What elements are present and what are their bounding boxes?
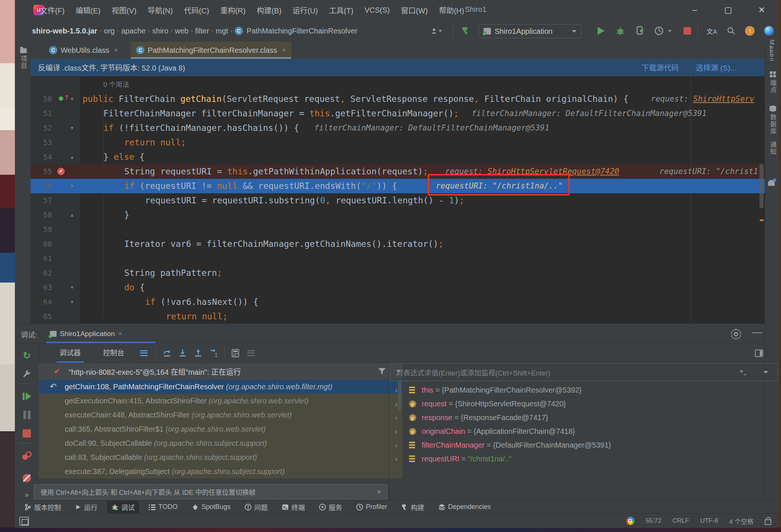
bottom-bar-item-todo[interactable]: TODO xyxy=(144,502,182,512)
expand-chevron-icon[interactable]: › xyxy=(395,397,398,411)
gear-icon[interactable] xyxy=(731,329,741,339)
line-number[interactable]: 61 xyxy=(31,251,52,266)
close-icon[interactable]: × xyxy=(114,46,118,54)
close-button[interactable]: ✕ xyxy=(753,4,770,16)
menu-item-u[interactable]: 运行(U) xyxy=(288,3,322,17)
translate-icon[interactable]: 文A xyxy=(704,25,720,37)
tab-debugger[interactable]: 调试器 xyxy=(57,344,84,363)
line-number[interactable]: 58 xyxy=(31,208,52,222)
menu-item-h[interactable]: 帮助(H) xyxy=(434,3,469,17)
bottom-bar-item-branch[interactable]: 版本控制 xyxy=(20,501,65,513)
step-over-icon[interactable] xyxy=(161,348,173,359)
code-editor[interactable]: 0 个用法 50↑▾public FilterChain getChain(Se… xyxy=(30,76,765,323)
stack-frame-row[interactable]: execute:387, DelegatingSubject (org.apac… xyxy=(39,464,402,478)
minimize-button[interactable]: – xyxy=(686,4,703,16)
download-sources-link[interactable]: 下载源代码 xyxy=(642,62,679,73)
line-number[interactable]: 65 xyxy=(31,309,52,323)
notification-bell-icon[interactable] xyxy=(768,180,775,186)
layout-restore-icon[interactable] xyxy=(753,348,765,359)
menu-item-r[interactable]: 重构(R) xyxy=(216,3,250,17)
more-actions-icon[interactable]: » xyxy=(22,489,32,500)
stack-frame-row[interactable]: getExecutionChain:415, AbstractShiroFilt… xyxy=(39,394,402,408)
evaluate-watch-input[interactable]: 对表达式求值(Enter)或添加监视(Ctrl+Shift+Enter) +∞ xyxy=(390,363,778,381)
line-number[interactable]: 52 xyxy=(31,121,52,135)
line-number[interactable]: 56 xyxy=(31,179,52,193)
breadcrumb-class[interactable]: PathMatchingFilterChainResolver xyxy=(247,27,357,35)
tab-options-icon[interactable]: ⋮ xyxy=(766,45,775,55)
chevron-down-icon[interactable] xyxy=(764,371,768,374)
fold-marker[interactable]: ▴ xyxy=(71,211,74,219)
variable-row[interactable]: ›prequest = {ShiroHttpServletRequest@742… xyxy=(390,397,778,411)
run-button[interactable] xyxy=(595,25,607,37)
breadcrumb-item[interactable]: web xyxy=(175,27,189,35)
bottom-bar-item-bug[interactable]: 调试 xyxy=(107,501,139,513)
line-number[interactable]: 60 xyxy=(31,237,52,251)
menu-item-vcss[interactable]: VCS(S) xyxy=(360,4,394,16)
line-number[interactable]: 54 xyxy=(31,150,52,164)
bottom-bar-item-bug2[interactable]: SpotBugs xyxy=(187,502,235,512)
line-number[interactable]: 62 xyxy=(31,266,52,280)
bottom-bar-item-services[interactable]: 服务 xyxy=(315,501,347,513)
fold-marker[interactable]: ▾ xyxy=(71,182,74,190)
expand-chevron-icon[interactable]: › xyxy=(395,411,398,425)
editor-tab[interactable]: CWebUtils.class× xyxy=(44,42,123,59)
build-hammer-icon[interactable] xyxy=(460,25,472,37)
resume-program-icon[interactable] xyxy=(22,391,32,402)
coverage-button[interactable] xyxy=(634,25,646,37)
variable-row[interactable]: ›presponse = {ResponseFacade@7417} xyxy=(390,411,778,425)
more-options-icon[interactable] xyxy=(245,348,257,359)
view-breakpoints-icon[interactable] xyxy=(22,451,32,461)
step-out-icon[interactable] xyxy=(193,348,204,359)
tool-stripe-project[interactable]: 项目 xyxy=(19,47,28,70)
expand-chevron-icon[interactable]: › xyxy=(395,425,398,438)
fold-marker[interactable]: ▾ xyxy=(71,124,74,132)
tab-console[interactable]: 控制台 xyxy=(100,344,127,363)
thread-status-row[interactable]: ✔ "http-nio-8082-exec-5"@5,164 在组"main":… xyxy=(39,363,402,380)
mute-breakpoints-icon[interactable] xyxy=(22,473,32,483)
line-number[interactable]: 64 xyxy=(31,295,52,309)
tool-stripe-database[interactable]: 数据库 xyxy=(768,106,777,135)
bottom-bar-item-play[interactable]: 运行 xyxy=(71,501,102,513)
stack-frame-row[interactable]: ↶getChain:108, PathMatchingFilterChainRe… xyxy=(39,380,402,394)
fold-marker[interactable]: ▾ xyxy=(71,95,74,103)
bottom-bar-item-terminal[interactable]: 终端 xyxy=(277,501,309,513)
variable-row[interactable]: ›requestURI = "/christ1na/.." xyxy=(390,452,778,466)
debug-session-tab[interactable]: Shiro1Application × xyxy=(46,325,126,343)
line-number[interactable]: 53 xyxy=(31,135,52,150)
breadcrumb-item[interactable]: filter xyxy=(195,27,209,35)
menu-item-e[interactable]: 编辑(E) xyxy=(71,3,105,17)
fold-marker[interactable]: ▾ xyxy=(71,298,74,306)
breadcrumb-item[interactable]: apache xyxy=(121,27,146,35)
bottom-bar-item-hammer[interactable]: 构建 xyxy=(397,501,429,513)
line-number[interactable]: 63 xyxy=(31,280,52,295)
vertical-scrollbar[interactable] xyxy=(759,164,764,208)
close-icon[interactable]: × xyxy=(282,46,286,54)
fold-marker[interactable]: ▾ xyxy=(71,284,74,291)
menu-item-v[interactable]: 视图(V) xyxy=(107,3,141,17)
step-into-icon[interactable] xyxy=(177,348,188,359)
line-number[interactable]: 57 xyxy=(31,193,52,208)
expand-chevron-icon[interactable]: › xyxy=(395,452,398,466)
bottom-bar-item-profiler[interactable]: Profiler xyxy=(352,502,392,512)
variable-row[interactable]: ›poriginalChain = {ApplicationFilterChai… xyxy=(390,425,778,438)
google-icon[interactable]: G xyxy=(626,517,634,525)
stack-frame-row[interactable]: executeChain:448, AbstractShiroFilter (o… xyxy=(39,408,402,422)
fold-marker[interactable]: ▴ xyxy=(71,153,74,161)
editor-tab[interactable]: CPathMatchingFilterChainResolver.class× xyxy=(131,42,291,59)
file-encoding[interactable]: UTF-8 xyxy=(700,517,718,525)
menu-item-n[interactable]: 导航(N) xyxy=(143,3,177,17)
colorful-sphere-icon[interactable] xyxy=(763,25,775,37)
tool-stripe-notifications[interactable]: 通知 xyxy=(768,141,777,155)
expand-chevron-icon[interactable]: › xyxy=(395,383,398,397)
close-icon[interactable]: × xyxy=(377,488,381,496)
add-watch-icon[interactable]: +∞ xyxy=(739,367,746,377)
profiler-chevron-icon[interactable] xyxy=(666,25,673,37)
stack-frame-row[interactable]: call:365, AbstractShiroFilter$1 (org.apa… xyxy=(39,422,402,436)
stack-frame-row[interactable]: call:83, SubjectCallable (org.apache.shi… xyxy=(39,450,402,464)
evaluate-expression-icon[interactable] xyxy=(230,348,241,359)
menu-item-c[interactable]: 代码(C) xyxy=(180,3,214,17)
close-icon[interactable]: × xyxy=(118,330,122,338)
search-icon[interactable] xyxy=(725,25,737,37)
line-number[interactable]: 55 xyxy=(31,164,52,179)
override-marker-icon[interactable] xyxy=(59,96,63,101)
